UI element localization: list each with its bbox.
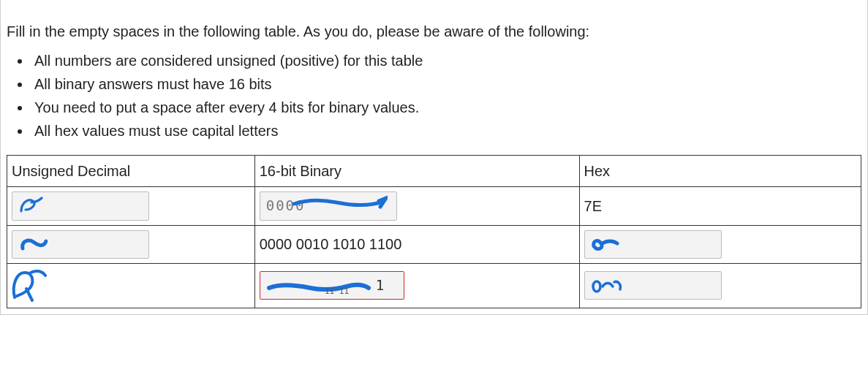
question-prompt: Fill in the empty spaces in the followin… (7, 20, 861, 42)
svg-point-0 (24, 240, 27, 243)
hex-input[interactable] (584, 230, 722, 259)
handwriting-scribble (18, 235, 48, 254)
handwriting-scribble (293, 194, 388, 213)
conversion-table: Unsigned Decimal 16-bit Binary Hex 0000 (7, 155, 861, 308)
table-row: 0000 0010 1010 1100 (7, 226, 861, 264)
question-container: Fill in the empty spaces in the followin… (0, 0, 868, 315)
svg-point-2 (593, 281, 600, 292)
handwriting-scribble (18, 195, 43, 217)
binary-input[interactable]: 11 11 1 (260, 271, 404, 300)
hex-static: 7E (579, 187, 861, 226)
handwriting-scribble (10, 268, 48, 303)
decimal-input[interactable] (12, 191, 149, 221)
rule-item: All numbers are considered unsigned (pos… (31, 50, 861, 72)
rules-list: All numbers are considered unsigned (pos… (7, 50, 861, 142)
table-row: 11 11 1 (7, 263, 861, 308)
table-row: 0000 7E (7, 187, 861, 226)
rule-item: All hex values must use capital letters (31, 120, 861, 142)
binary-static: 0000 0010 1010 1100 (254, 226, 579, 264)
rule-item: All binary answers must have 16 bits (31, 73, 861, 95)
decimal-input[interactable] (12, 230, 149, 259)
rule-item: You need to put a space after every 4 bi… (31, 96, 861, 118)
hex-input[interactable] (584, 271, 722, 300)
header-decimal: Unsigned Decimal (7, 156, 255, 187)
handwriting-scribble (591, 278, 624, 294)
header-hex: Hex (579, 156, 861, 187)
binary-input[interactable]: 0000 (260, 191, 397, 221)
header-binary: 16-bit Binary (254, 156, 579, 187)
svg-text:11 11: 11 11 (325, 286, 349, 295)
handwriting-scribble: 11 11 (266, 278, 376, 295)
handwriting-scribble (591, 236, 620, 254)
binary-underlay-right: 1 (376, 277, 384, 293)
table-header-row: Unsigned Decimal 16-bit Binary Hex (7, 156, 861, 187)
